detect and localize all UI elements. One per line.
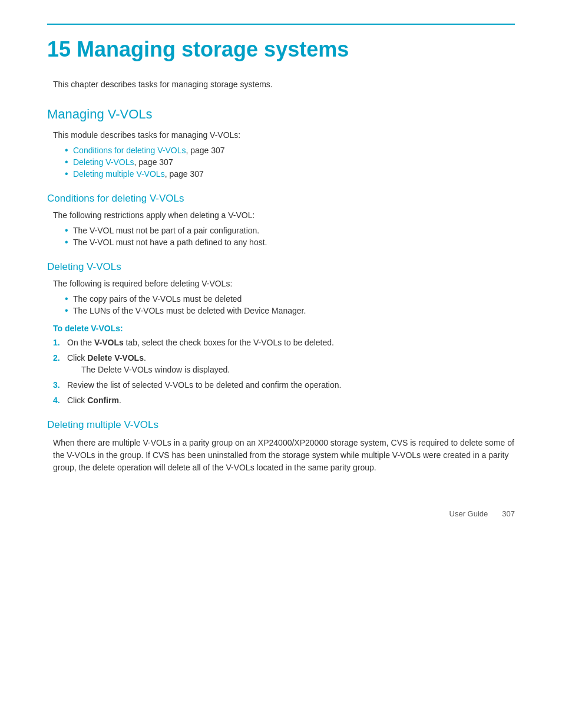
step-2-sub: The Delete V-VOLs window is displayed. xyxy=(81,365,515,374)
footer-page-number: 307 xyxy=(502,509,515,518)
link-deleting-multiple-vvols[interactable]: Deleting multiple V-VOLs xyxy=(73,169,165,179)
step-number-1: 1. xyxy=(53,338,60,347)
section-conditions-for-deleting: Conditions for deleting V-VOLs The follo… xyxy=(47,193,515,247)
deleting-vvols-intro: The following is required before deletin… xyxy=(53,279,515,288)
list-item: The V-VOL must not be part of a pair con… xyxy=(65,226,515,235)
managing-vvols-intro: This module describes tasks for managing… xyxy=(53,130,515,140)
list-item: Deleting multiple V-VOLs, page 307 xyxy=(65,169,515,179)
list-item: Deleting V-VOLs, page 307 xyxy=(65,157,515,167)
deleting-multiple-body: When there are multiple V-VOLs in a pari… xyxy=(53,437,515,474)
chapter-number: 15 xyxy=(47,37,71,61)
chapter-title-text: Managing storage systems xyxy=(77,37,349,61)
chapter-intro: This chapter describes tasks for managin… xyxy=(53,80,515,89)
step-number-4: 4. xyxy=(53,396,60,405)
footer-label: User Guide xyxy=(449,509,488,518)
delete-vvols-steps: 1. On the V-VOLs tab, select the check b… xyxy=(53,338,515,405)
step-3: 3. Review the list of selected V-VOLs to… xyxy=(53,380,515,390)
page-footer: User Guide 307 xyxy=(47,509,515,518)
managing-vvols-links: Conditions for deleting V-VOLs, page 307… xyxy=(65,146,515,179)
section-deleting-multiple-vvols: Deleting multiple V-VOLs When there are … xyxy=(47,419,515,474)
section-managing-vvols: Managing V-VOLs This module describes ta… xyxy=(47,107,515,179)
deleting-vvols-prereqs: The copy pairs of the V-VOLs must be del… xyxy=(65,294,515,315)
list-item: The copy pairs of the V-VOLs must be del… xyxy=(65,294,515,304)
step-1: 1. On the V-VOLs tab, select the check b… xyxy=(53,338,515,347)
step-2: 2. Click Delete V-VOLs. The Delete V-VOL… xyxy=(53,353,515,374)
step-4: 4. Click Confirm. xyxy=(53,396,515,405)
list-item: The V-VOL must not have a path defined t… xyxy=(65,238,515,247)
section-deleting-vvols: Deleting V-VOLs The following is require… xyxy=(47,261,515,405)
procedure-label-delete-vvols: To delete V-VOLs: xyxy=(53,324,515,333)
subsection-title-deleting-vvols: Deleting V-VOLs xyxy=(47,261,515,273)
step-number-2: 2. xyxy=(53,353,60,363)
step-number-3: 3. xyxy=(53,380,60,390)
conditions-intro: The following restrictions apply when de… xyxy=(53,210,515,220)
link-conditions-deleting[interactable]: Conditions for deleting V-VOLs xyxy=(73,146,186,155)
subsection-title-deleting-multiple: Deleting multiple V-VOLs xyxy=(47,419,515,431)
chapter-title: 15 Managing storage systems xyxy=(47,37,515,62)
section-title-managing-vvols: Managing V-VOLs xyxy=(47,107,515,122)
list-item: Conditions for deleting V-VOLs, page 307 xyxy=(65,146,515,155)
list-item: The LUNs of the V-VOLs must be deleted w… xyxy=(65,306,515,315)
subsection-title-conditions: Conditions for deleting V-VOLs xyxy=(47,193,515,205)
link-deleting-vvols[interactable]: Deleting V-VOLs xyxy=(73,157,134,167)
conditions-bullets: The V-VOL must not be part of a pair con… xyxy=(65,226,515,247)
top-rule xyxy=(47,24,515,25)
